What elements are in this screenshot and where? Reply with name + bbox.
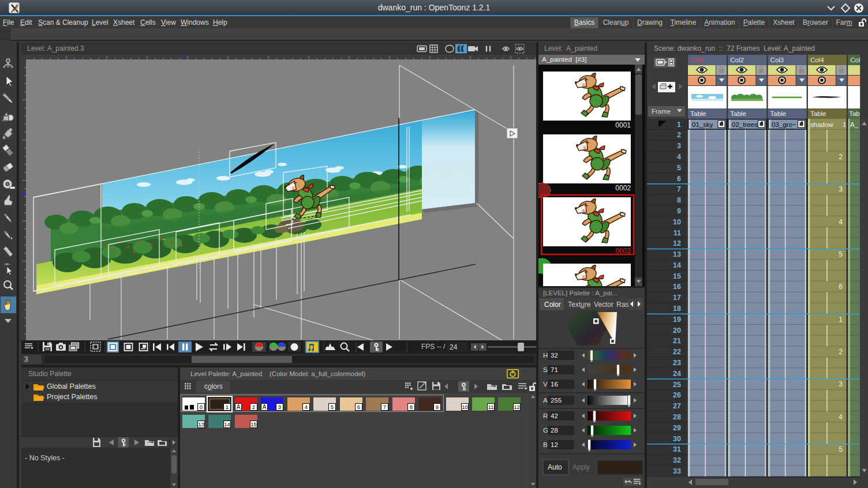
svg-text:R: R — [543, 412, 548, 419]
svg-text:21: 21 — [673, 337, 681, 345]
svg-text:33: 33 — [673, 467, 681, 475]
svg-text:Apply: Apply — [573, 463, 590, 471]
svg-text:4: 4 — [839, 218, 843, 226]
svg-text:27: 27 — [673, 402, 681, 410]
svg-text:3: 3 — [677, 142, 681, 150]
svg-text:7: 7 — [677, 185, 681, 193]
svg-text:14: 14 — [673, 261, 681, 269]
svg-text:Col2: Col2 — [730, 57, 744, 63]
svg-text:5: 5 — [839, 445, 843, 453]
svg-text:5: 5 — [677, 164, 681, 172]
svg-text:29: 29 — [673, 424, 681, 432]
svg-text:24: 24 — [450, 343, 458, 351]
svg-text:G: G — [543, 427, 548, 434]
svg-text:13: 13 — [673, 250, 681, 258]
svg-text:26: 26 — [673, 391, 681, 399]
svg-text:255: 255 — [551, 397, 562, 404]
svg-text:28: 28 — [551, 427, 558, 434]
svg-text:12: 12 — [673, 239, 681, 247]
svg-text:Col1: Col1 — [690, 57, 704, 63]
svg-text:20: 20 — [673, 326, 681, 335]
svg-text:Col: Col — [850, 57, 860, 63]
svg-text:Table: Table — [810, 110, 826, 117]
svg-text:Vector: Vector — [594, 301, 613, 309]
svg-text:8: 8 — [677, 196, 681, 204]
svg-text:Color: Color — [544, 301, 561, 309]
svg-text:31: 31 — [673, 445, 681, 453]
svg-text:Auto: Auto — [548, 463, 562, 471]
svg-text:Col4: Col4 — [810, 57, 824, 63]
svg-text:15: 15 — [673, 272, 681, 280]
svg-text:10: 10 — [673, 218, 681, 226]
svg-text:23: 23 — [673, 359, 681, 367]
svg-text:Texture: Texture — [568, 301, 591, 309]
svg-text:FPS -- /: FPS -- / — [421, 343, 446, 351]
svg-text:S: S — [543, 366, 548, 373]
svg-text:3: 3 — [839, 380, 843, 388]
svg-text:Col3: Col3 — [770, 57, 784, 63]
svg-text:12: 12 — [551, 441, 558, 448]
svg-text:2: 2 — [839, 348, 843, 356]
svg-text:2: 2 — [839, 153, 843, 161]
svg-text:32: 32 — [551, 352, 558, 359]
svg-text:16: 16 — [551, 381, 558, 388]
svg-text:25: 25 — [673, 381, 681, 389]
svg-text:9: 9 — [677, 207, 681, 215]
svg-text:0002: 0002 — [615, 184, 631, 192]
svg-text:H: H — [543, 352, 548, 359]
svg-text:A: A — [543, 397, 548, 404]
svg-text:6: 6 — [677, 175, 681, 183]
svg-text:19: 19 — [673, 316, 681, 324]
svg-text:Table: Table — [770, 110, 787, 117]
svg-text:6: 6 — [839, 283, 843, 291]
svg-text:0003: 0003 — [615, 247, 631, 255]
svg-text:4: 4 — [839, 413, 843, 421]
svg-text:1: 1 — [839, 316, 843, 324]
svg-text:18: 18 — [673, 305, 681, 313]
svg-text:[LEVEL] Palette : A_pai...: [LEVEL] Palette : A_pai... — [543, 290, 618, 296]
svg-text:16: 16 — [673, 283, 681, 291]
svg-text:03_gro~: 03_gro~ — [772, 121, 796, 128]
svg-text:42: 42 — [551, 412, 558, 419]
svg-text:17: 17 — [673, 294, 681, 302]
svg-text:V: V — [543, 381, 548, 388]
svg-text:28: 28 — [673, 413, 681, 421]
svg-text:Frame: Frame — [652, 108, 671, 115]
svg-text:shadow: shadow — [810, 121, 833, 128]
svg-text:30: 30 — [673, 435, 681, 443]
svg-text:22: 22 — [673, 348, 681, 356]
svg-text:71: 71 — [551, 366, 558, 373]
svg-text:4: 4 — [677, 153, 681, 161]
svg-text:Table: Table — [690, 110, 706, 117]
svg-text:Scene: dwanko_run :: 72 Fram: Scene: dwanko_run :: 72 Frames Level: A_… — [654, 44, 815, 52]
svg-text:01_sky: 01_sky — [692, 121, 713, 128]
svg-text:1: 1 — [843, 121, 846, 128]
svg-text:1: 1 — [677, 121, 681, 129]
svg-text:colors: colors — [204, 382, 223, 391]
svg-text:02_trees: 02_trees — [732, 121, 758, 128]
svg-text:2: 2 — [677, 131, 681, 139]
svg-text:0001: 0001 — [615, 121, 631, 129]
svg-text:32: 32 — [673, 456, 681, 464]
svg-text:Table: Table — [730, 110, 746, 117]
svg-text:3: 3 — [839, 185, 843, 193]
svg-text:5: 5 — [839, 250, 843, 258]
svg-text:11: 11 — [674, 229, 681, 237]
svg-text:A_: A_ — [850, 121, 859, 128]
svg-text:B: B — [543, 441, 548, 448]
svg-text:24: 24 — [673, 370, 681, 378]
svg-text:Tab: Tab — [849, 110, 860, 117]
